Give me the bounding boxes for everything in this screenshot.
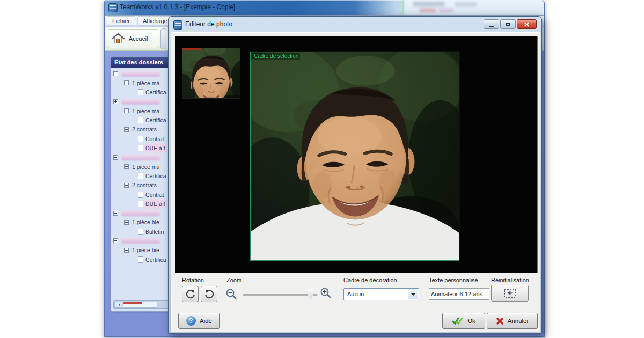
rotate-right-button[interactable] <box>201 286 217 302</box>
minimize-button[interactable] <box>484 19 499 29</box>
reset-button[interactable] <box>491 285 529 302</box>
tree-item-label: 1 pièce ma <box>132 164 159 170</box>
tree-item-label: DUE à f <box>145 201 165 207</box>
tree-item-label: Certifica <box>145 256 166 263</box>
zoom-label: Zoom <box>226 277 241 283</box>
collapse-minus-icon[interactable] <box>124 248 129 253</box>
collapse-minus-icon[interactable] <box>124 108 129 113</box>
zoom-slider-track[interactable] <box>243 294 318 296</box>
rotate-right-icon <box>204 289 215 299</box>
reset-selection-icon <box>503 288 517 299</box>
accueil-label: Accueil <box>129 35 148 42</box>
collapse-minus-icon[interactable] <box>113 211 118 216</box>
tree-item-label: Contrat <box>145 136 164 142</box>
dialog-app-icon <box>173 20 182 30</box>
rotate-left-icon <box>185 289 196 299</box>
tree-item-label: 1 pièce ma <box>132 108 159 114</box>
photo-canvas[interactable]: Cadre de sélection <box>175 36 538 273</box>
document-icon <box>138 136 143 142</box>
document-icon <box>138 117 143 123</box>
cancel-label: Annuler <box>508 318 529 324</box>
document-icon <box>138 89 143 95</box>
document-icon <box>138 145 143 151</box>
maximize-button[interactable] <box>500 19 516 29</box>
close-button[interactable] <box>517 19 537 29</box>
document-icon <box>138 192 143 198</box>
portrait-thumbnail-image <box>182 48 240 98</box>
blurred-icon <box>420 8 436 13</box>
collapse-minus-icon[interactable] <box>124 220 129 225</box>
tree-item-label: 1 pièce bie <box>132 247 159 253</box>
collapse-minus-icon[interactable] <box>124 183 129 188</box>
tree-item-label: Bulletin <box>145 229 164 235</box>
document-icon <box>138 229 143 235</box>
collapse-minus-icon[interactable] <box>124 80 129 85</box>
help-icon: ? <box>186 316 196 326</box>
tree-item-label: Certifica <box>145 89 166 95</box>
ok-label: Ok <box>467 318 475 324</box>
main-window-title: TeamWorks v1.0.1.3 - [Exemple - Copie] <box>120 3 235 11</box>
decoration-select[interactable]: Aucun <box>343 288 419 300</box>
tree-item-label: Certifica <box>145 173 166 179</box>
x-icon <box>496 317 504 325</box>
selection-frame-label: Cadre de sélection <box>252 53 300 60</box>
redacted-name <box>121 155 160 160</box>
decoration-label: Cadre de décoration <box>343 277 397 283</box>
custom-text-label: Texte personnalisé <box>429 277 478 283</box>
blurred-icon <box>455 2 477 6</box>
blurred-icon <box>413 2 444 6</box>
scrollbar-thumb[interactable] <box>123 302 157 308</box>
scroll-left-arrow-icon[interactable] <box>114 302 122 308</box>
redacted-name <box>121 238 160 244</box>
tree-item-label: DUE à f <box>145 145 165 151</box>
selection-frame[interactable]: Cadre de sélection <box>250 52 459 261</box>
collapse-minus-icon[interactable] <box>113 238 118 243</box>
screen: TeamWorks v1.0.1.3 - [Exemple - Copie] F… <box>0 0 644 338</box>
close-icon <box>524 22 530 27</box>
menu-fichier[interactable]: Fichier <box>107 16 135 26</box>
decor-strip <box>401 0 404 16</box>
chevron-down-icon[interactable] <box>408 289 418 299</box>
blurred-icon <box>439 8 453 13</box>
help-button[interactable]: ? Aide <box>178 313 220 329</box>
document-icon <box>138 173 143 179</box>
expand-plus-icon[interactable] <box>113 99 118 104</box>
photo-thumbnail[interactable] <box>182 48 240 99</box>
redacted-name <box>121 71 160 77</box>
portrait-image <box>251 52 459 260</box>
redacted-name <box>121 99 160 105</box>
ok-button[interactable]: Ok <box>442 313 485 329</box>
menu-affichage[interactable]: Affichage <box>137 16 173 26</box>
zoom-in-icon[interactable] <box>320 287 333 300</box>
zoom-out-icon[interactable] <box>225 288 238 301</box>
tree-item-label: 1 pièce bie <box>132 219 159 225</box>
accueil-button[interactable]: Accueil <box>108 29 158 48</box>
dialog-client-area: Cadre de sélection Rotation Zoom Cadre d… <box>171 32 540 332</box>
custom-text-input[interactable] <box>429 288 489 300</box>
home-icon <box>111 32 125 45</box>
collapse-minus-icon[interactable] <box>113 71 118 76</box>
cancel-button[interactable]: Annuler <box>487 313 538 329</box>
tree-item-label: Contrat <box>145 192 164 198</box>
tree-item-label: 2 contrats <box>132 182 157 188</box>
collapse-minus-icon[interactable] <box>124 127 129 132</box>
zoom-slider-thumb[interactable] <box>308 289 313 299</box>
reset-label: Réinitialisation <box>491 277 529 283</box>
main-title-bar[interactable]: TeamWorks v1.0.1.3 - [Exemple - Copie] <box>105 0 544 15</box>
tree-item-label: 1 pièce ma <box>132 80 159 86</box>
rotate-left-button[interactable] <box>182 286 199 302</box>
collapse-minus-icon[interactable] <box>113 155 118 160</box>
minimize-icon <box>489 26 494 27</box>
photo-editor-dialog: Editeur de photo Cadre de sélection <box>168 16 542 334</box>
tree-item-label: Certifica <box>145 117 166 123</box>
document-icon <box>138 201 143 207</box>
dialog-title: Editeur de photo <box>185 20 232 28</box>
rotation-label: Rotation <box>182 277 204 283</box>
redacted-name <box>121 210 160 216</box>
tree-item-label: 2 contrats <box>132 126 157 133</box>
background-toolbar-fragment <box>401 0 543 16</box>
document-icon <box>138 256 143 263</box>
check-icon <box>452 317 464 325</box>
toolbar-scroll-handle[interactable] <box>160 28 166 49</box>
collapse-minus-icon[interactable] <box>124 164 129 169</box>
